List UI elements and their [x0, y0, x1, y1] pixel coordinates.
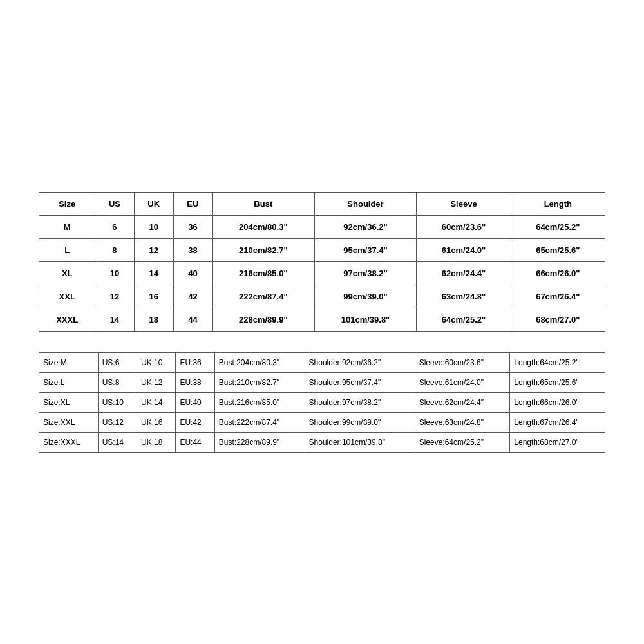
tables-wrapper: SizeUSUKEUBustShoulderSleeveLength M6103… [39, 192, 605, 453]
table-cell: XXL [39, 285, 95, 308]
table1-header-cell: Bust [212, 192, 314, 215]
compact-table-cell: Bust:216cm/85.0" [214, 392, 305, 412]
table-cell: 65cm/25.6" [511, 238, 605, 261]
table-cell: 222cm/87.4" [212, 285, 314, 308]
compact-table-cell: Shoulder:99cm/39.0" [305, 412, 415, 432]
compact-table-cell: Sleeve:60cm/23.6" [415, 352, 510, 372]
table-cell: 61cm/24.0" [417, 238, 511, 261]
table-cell: 38 [173, 238, 212, 261]
compact-table-cell: EU:40 [176, 392, 214, 412]
table2-body: Size:MUS:6UK:10EU:36Bust:204cm/80.3"Shou… [39, 352, 605, 452]
table-cell: 66cm/26.0" [511, 261, 605, 285]
table-cell: 42 [173, 285, 212, 308]
table-row: L81238210cm/82.7"95cm/37.4"61cm/24.0"65c… [39, 238, 605, 261]
compact-table-cell: US:6 [98, 352, 137, 372]
table-cell: 60cm/23.6" [417, 215, 511, 238]
table-cell: 67cm/26.4" [511, 285, 605, 308]
compact-table-cell: UK:12 [137, 372, 176, 392]
table-cell: 14 [134, 261, 173, 285]
table1-header-row: SizeUSUKEUBustShoulderSleeveLength [39, 192, 605, 215]
table1-header-cell: Length [511, 192, 605, 215]
table-cell: 36 [173, 215, 212, 238]
table-cell: 64cm/25.2" [417, 308, 511, 331]
table-row: Size:XXXLUS:14UK:18EU:44Bust:228cm/89.9"… [39, 432, 605, 452]
compact-table-cell: Size:XXXL [39, 432, 99, 452]
compact-table-cell: Bust:228cm/89.9" [214, 432, 305, 452]
compact-size-table: Size:MUS:6UK:10EU:36Bust:204cm/80.3"Shou… [39, 352, 605, 453]
compact-table-cell: US:12 [98, 412, 137, 432]
table-row: Size:LUS:8UK:12EU:38Bust:210cm/82.7"Shou… [39, 372, 605, 392]
compact-table-cell: US:10 [98, 392, 137, 412]
table-row: XXL121642222cm/87.4"99cm/39.0"63cm/24.8"… [39, 285, 605, 308]
compact-table-cell: Sleeve:61cm/24.0" [415, 372, 510, 392]
compact-table-cell: Size:XL [39, 392, 99, 412]
table-row: Size:XXLUS:12UK:16EU:42Bust:222cm/87.4"S… [39, 412, 605, 432]
table1-header-cell: EU [173, 192, 212, 215]
table-cell: 92cm/36.2" [314, 215, 417, 238]
table1-header-cell: UK [134, 192, 173, 215]
table-row: Size:XLUS:10UK:14EU:40Bust:216cm/85.0"Sh… [39, 392, 605, 412]
compact-table-cell: Bust:204cm/80.3" [214, 352, 305, 372]
compact-table-cell: EU:36 [176, 352, 214, 372]
table-cell: 62cm/24.4" [417, 261, 511, 285]
compact-table-cell: Sleeve:62cm/24.4" [415, 392, 510, 412]
table-row: XXXL141844228cm/89.9"101cm/39.8"64cm/25.… [39, 308, 605, 331]
table-cell: 97cm/38.2" [314, 261, 417, 285]
compact-table-cell: Size:XXL [39, 412, 99, 432]
table-cell: XXXL [39, 308, 95, 331]
table-cell: 99cm/39.0" [314, 285, 417, 308]
table1-body: M61036204cm/80.3"92cm/36.2"60cm/23.6"64c… [39, 215, 605, 331]
table-row: M61036204cm/80.3"92cm/36.2"60cm/23.6"64c… [39, 215, 605, 238]
table-cell: 8 [95, 238, 134, 261]
compact-table-cell: Sleeve:64cm/25.2" [415, 432, 510, 452]
table-cell: 12 [95, 285, 134, 308]
compact-table-cell: US:14 [98, 432, 137, 452]
table-cell: 12 [134, 238, 173, 261]
table-cell: 95cm/37.4" [314, 238, 417, 261]
table-cell: 10 [134, 215, 173, 238]
compact-table-cell: Bust:222cm/87.4" [214, 412, 305, 432]
compact-table-cell: Length:65cm/25.6" [510, 372, 605, 392]
table-cell: M [39, 215, 95, 238]
compact-table-cell: Sleeve:63cm/24.8" [415, 412, 510, 432]
table-cell: 40 [173, 261, 212, 285]
compact-table-cell: US:8 [98, 372, 137, 392]
table1-header: SizeUSUKEUBustShoulderSleeveLength [39, 192, 605, 215]
table-cell: 6 [95, 215, 134, 238]
table-cell: 16 [134, 285, 173, 308]
table1-header-cell: Shoulder [314, 192, 417, 215]
table-cell: 204cm/80.3" [212, 215, 314, 238]
table1-header-cell: Size [39, 192, 95, 215]
table-cell: 14 [95, 308, 134, 331]
compact-table-cell: UK:18 [137, 432, 176, 452]
compact-table-cell: EU:38 [176, 372, 214, 392]
compact-table-cell: Length:68cm/27.0" [510, 432, 605, 452]
compact-table-cell: Length:64cm/25.2" [510, 352, 605, 372]
compact-table-cell: Shoulder:97cm/38.2" [305, 392, 415, 412]
compact-table-cell: Shoulder:92cm/36.2" [305, 352, 415, 372]
compact-table-cell: Shoulder:95cm/37.4" [305, 372, 415, 392]
compact-table-cell: Shoulder:101cm/39.8" [305, 432, 415, 452]
table-cell: 101cm/39.8" [314, 308, 417, 331]
table-cell: 10 [95, 261, 134, 285]
compact-table-cell: Size:M [39, 352, 99, 372]
size-chart-table: SizeUSUKEUBustShoulderSleeveLength M6103… [39, 192, 605, 332]
table1-header-cell: US [95, 192, 134, 215]
table-cell: 210cm/82.7" [212, 238, 314, 261]
table-cell: 64cm/25.2" [511, 215, 605, 238]
compact-table-cell: Bust:210cm/82.7" [214, 372, 305, 392]
compact-table-cell: UK:10 [137, 352, 176, 372]
compact-table-cell: UK:14 [137, 392, 176, 412]
compact-table-cell: Length:66cm/26.0" [510, 392, 605, 412]
table-cell: 228cm/89.9" [212, 308, 314, 331]
compact-table-cell: EU:44 [176, 432, 214, 452]
table-cell: 63cm/24.8" [417, 285, 511, 308]
table-cell: L [39, 238, 95, 261]
table1-header-cell: Sleeve [417, 192, 511, 215]
table-cell: 44 [173, 308, 212, 331]
table-cell: 18 [134, 308, 173, 331]
compact-table-cell: UK:16 [137, 412, 176, 432]
table-cell: 216cm/85.0" [212, 261, 314, 285]
table-row: XL101440216cm/85.0"97cm/38.2"62cm/24.4"6… [39, 261, 605, 285]
compact-table-cell: Length:67cm/26.4" [510, 412, 605, 432]
